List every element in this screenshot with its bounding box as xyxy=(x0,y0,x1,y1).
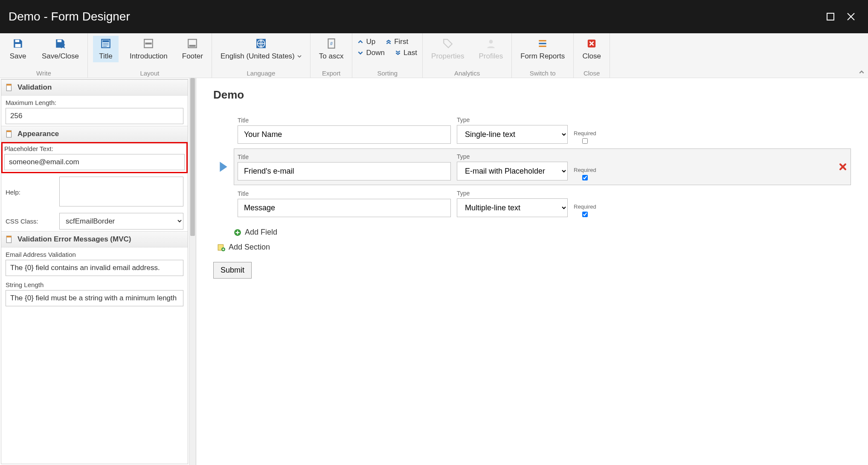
ribbon-group-label: Switch to xyxy=(530,70,556,77)
chevron-down-icon xyxy=(357,50,363,56)
save-button[interactable]: Save xyxy=(5,36,31,62)
required-checkbox[interactable] xyxy=(582,175,588,180)
svg-rect-5 xyxy=(58,40,62,42)
tag-icon xyxy=(442,38,454,49)
section-appearance[interactable]: Appearance xyxy=(1,126,188,142)
placeholder-input[interactable] xyxy=(4,154,185,170)
form-heading: Demo xyxy=(213,88,851,102)
help-input[interactable] xyxy=(59,177,183,206)
chevron-up-icon xyxy=(357,39,363,45)
field-type-select[interactable]: E-mail with Placeholder xyxy=(457,162,568,180)
property-panel: Validation Maximum Length: Appearance Pl… xyxy=(0,78,196,465)
form-field-row[interactable]: TitleTypeE-mail with PlaceholderRequired xyxy=(234,148,851,185)
string-length-input[interactable] xyxy=(6,290,183,306)
help-row: Help: xyxy=(1,173,188,209)
svg-rect-4 xyxy=(15,44,21,47)
maximize-icon xyxy=(826,12,835,21)
window-title: Demo - Form Designer xyxy=(9,10,819,23)
title-button[interactable]: Title xyxy=(93,36,119,62)
scrollbar-thumb[interactable] xyxy=(190,78,195,236)
svg-rect-14 xyxy=(189,45,196,46)
ribbon-group-layout: Title Introduction Footer Layout xyxy=(88,33,212,78)
type-label: Type xyxy=(457,153,568,160)
save-close-button[interactable]: Save/Close xyxy=(38,36,82,62)
introduction-icon xyxy=(142,38,154,49)
field-type-select[interactable]: Multiple-line text xyxy=(457,198,568,217)
required-checkbox[interactable] xyxy=(582,138,588,144)
title-label: Title xyxy=(238,190,451,197)
email-validation-input[interactable] xyxy=(6,260,183,276)
ribbon-group-label: Language xyxy=(247,70,275,77)
help-label: Help: xyxy=(6,189,52,196)
export-icon: # xyxy=(325,38,337,49)
field-type-select[interactable]: Single-line text xyxy=(457,125,568,144)
svg-point-19 xyxy=(489,40,493,44)
sort-first-button[interactable]: First xyxy=(386,38,408,46)
ribbon-group-analytics: Properties Profiles Analytics xyxy=(423,33,512,78)
sort-down-button[interactable]: Down xyxy=(357,49,384,57)
section-errors[interactable]: Validation Error Messages (MVC) xyxy=(1,231,188,247)
document-icon xyxy=(6,130,13,138)
css-class-label: CSS Class: xyxy=(6,218,52,225)
delete-icon xyxy=(839,163,847,171)
sort-up-button[interactable]: Up xyxy=(357,38,375,46)
add-field-button[interactable]: Add Field xyxy=(234,228,851,237)
field-title-input[interactable] xyxy=(238,162,451,180)
section-validation[interactable]: Validation xyxy=(1,79,188,96)
ribbon-group-close: Close Close xyxy=(574,33,610,78)
required-checkbox[interactable] xyxy=(582,212,588,217)
chevron-double-up-icon xyxy=(386,39,392,45)
required-label: Required xyxy=(574,167,596,173)
chevron-up-icon xyxy=(859,69,865,75)
submit-button[interactable]: Submit xyxy=(213,262,252,279)
ribbon-group-write: Save Save/Close Write xyxy=(0,33,88,78)
ribbon-group-label: Layout xyxy=(140,70,159,77)
to-ascx-button[interactable]: # To ascx xyxy=(316,36,347,62)
delete-field-button[interactable] xyxy=(839,163,847,171)
close-icon xyxy=(847,12,855,21)
globe-icon xyxy=(255,38,267,49)
form-field-row[interactable]: TitleTypeSingle-line textRequired xyxy=(234,112,851,148)
css-class-row: CSS Class: scfEmailBorder xyxy=(1,209,188,231)
form-canvas: Demo TitleTypeSingle-line textRequiredTi… xyxy=(196,78,868,465)
svg-rect-25 xyxy=(6,84,11,85)
profiles-button[interactable]: Profiles xyxy=(476,36,507,62)
ribbon-group-label: Export xyxy=(322,70,340,77)
sort-last-button[interactable]: Last xyxy=(395,49,417,57)
add-section-button[interactable]: Add Section xyxy=(218,243,851,252)
placeholder-row: Placeholder Text: xyxy=(1,142,188,173)
ribbon-group-sorting: Up First Down xyxy=(352,33,423,78)
max-length-label: Maximum Length: xyxy=(6,99,183,106)
main-area: Validation Maximum Length: Appearance Pl… xyxy=(0,78,868,465)
panel-scrollbar[interactable] xyxy=(189,78,196,465)
footer-button[interactable]: Footer xyxy=(179,36,206,62)
row-pointer-icon xyxy=(219,161,228,173)
close-button[interactable]: Close xyxy=(579,36,604,62)
css-class-select[interactable]: scfEmailBorder xyxy=(59,213,183,230)
add-icon xyxy=(234,229,241,236)
string-length-row: String Length xyxy=(1,278,188,308)
ribbon-group-label: Analytics xyxy=(454,70,480,77)
ribbon-group-switchto: Form Reports Switch to xyxy=(512,33,574,78)
ribbon-group-label: Close xyxy=(584,70,600,77)
properties-button[interactable]: Properties xyxy=(428,36,467,62)
max-length-input[interactable] xyxy=(6,108,183,124)
field-title-input[interactable] xyxy=(238,199,451,217)
document-icon xyxy=(6,84,13,91)
language-button[interactable]: English (United States) xyxy=(217,36,305,62)
placeholder-label: Placeholder Text: xyxy=(4,145,185,152)
email-validation-label: Email Address Validation xyxy=(6,251,183,258)
ribbon-collapse-button[interactable] xyxy=(859,69,865,75)
form-field-row[interactable]: TitleTypeMultiple-line textRequired xyxy=(234,185,851,222)
document-icon xyxy=(6,235,13,243)
introduction-button[interactable]: Introduction xyxy=(126,36,171,62)
ribbon: Save Save/Close Write Title xyxy=(0,33,868,78)
save-close-icon xyxy=(54,38,66,49)
type-label: Type xyxy=(457,116,568,123)
window-maximize-button[interactable] xyxy=(822,8,839,25)
form-reports-button[interactable]: Form Reports xyxy=(517,36,568,62)
field-title-input[interactable] xyxy=(238,125,451,144)
svg-rect-27 xyxy=(6,131,11,132)
chevron-down-icon xyxy=(297,54,302,58)
window-close-button[interactable] xyxy=(842,8,859,25)
